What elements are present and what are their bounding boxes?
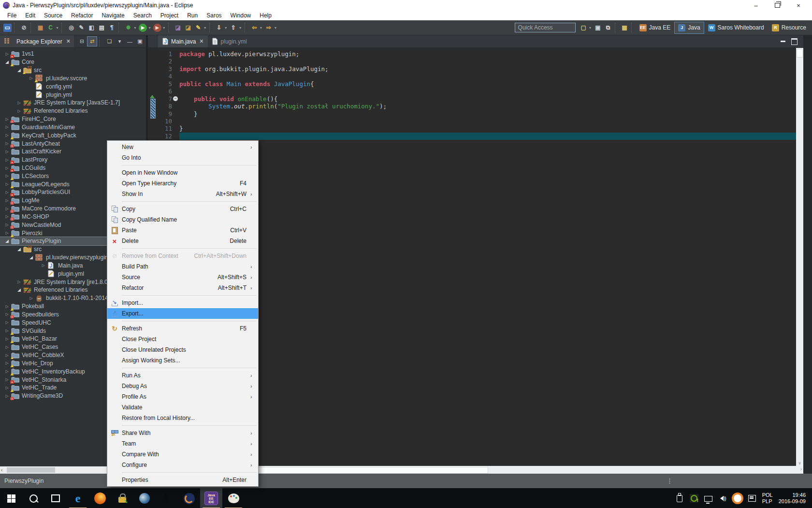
- context-menu-item-open-in-new-window[interactable]: Open in New Window: [107, 167, 258, 178]
- context-menu-item-compare-with[interactable]: Compare With›: [107, 449, 258, 460]
- context-menu-item-go-into[interactable]: Go Into: [107, 152, 258, 163]
- dropdown-arrow-icon[interactable]: ▼: [239, 26, 242, 30]
- dropdown-arrow-icon[interactable]: ▼: [274, 26, 277, 30]
- context-menu-item-copy-qualified-name[interactable]: Copy Qualified Name: [107, 214, 258, 225]
- dropdown-arrow-icon[interactable]: ▼: [56, 26, 59, 30]
- context-menu-item-close-unrelated-projects[interactable]: Close Unrelated Projects: [107, 344, 258, 355]
- menu-file[interactable]: File: [3, 11, 21, 20]
- view-menu-icon[interactable]: ▾: [115, 37, 124, 46]
- new-java-project-icon[interactable]: ▦: [35, 22, 45, 33]
- code-text[interactable]: package pl.luxdev.pierwszyplugin;import …: [179, 48, 796, 466]
- expand-arrow-icon[interactable]: ▷: [15, 280, 23, 284]
- perspective-resource[interactable]: RResource: [768, 22, 810, 33]
- sketch-icon[interactable]: ✎: [76, 22, 87, 33]
- new-project-wizard-icon[interactable]: ▦: [620, 22, 630, 33]
- context-menu-item-import[interactable]: ↘Import...: [107, 298, 258, 308]
- menu-window[interactable]: Window: [226, 11, 256, 20]
- context-menu-item-refresh[interactable]: ↻RefreshF5: [107, 323, 258, 334]
- open-file-icon[interactable]: ◪: [173, 22, 183, 33]
- screenshot-icon[interactable]: ◧: [87, 22, 97, 33]
- dropdown-arrow-icon[interactable]: ▼: [203, 26, 207, 30]
- menu-help[interactable]: Help: [255, 11, 276, 20]
- maximize-editor-icon[interactable]: [791, 38, 798, 45]
- perspective-java-ee[interactable]: EEJava EE: [636, 22, 674, 33]
- volume-icon[interactable]: )): [716, 491, 730, 506]
- task-view-button[interactable]: [44, 488, 67, 508]
- network-icon[interactable]: [702, 491, 715, 506]
- run-icon[interactable]: ▶▼: [138, 22, 152, 33]
- language-indicator[interactable]: POL PLP: [760, 492, 775, 505]
- collapse-arrow-icon[interactable]: ◢: [15, 247, 23, 252]
- dropdown-arrow-icon[interactable]: ▼: [260, 26, 263, 30]
- expand-arrow-icon[interactable]: ▷: [15, 109, 23, 113]
- close-tab-icon[interactable]: ✕: [199, 38, 203, 45]
- expand-arrow-icon[interactable]: ▷: [15, 101, 23, 105]
- context-menu-item-close-project[interactable]: Close Project: [107, 334, 258, 344]
- search-button[interactable]: [22, 488, 44, 508]
- menu-project[interactable]: Project: [156, 11, 183, 20]
- start-button[interactable]: [0, 488, 22, 508]
- tree-item-plugin-yml[interactable]: plugin.yml: [0, 90, 146, 99]
- tree-item-keycraft-lobbypack[interactable]: ▷KeyCraft_LobbyPack: [0, 131, 146, 139]
- context-menu-item-share-with[interactable]: ⇄Share With›: [107, 428, 258, 438]
- dropdown-arrow-icon[interactable]: ▼: [148, 26, 151, 30]
- context-menu-item-properties[interactable]: PropertiesAlt+Enter: [107, 475, 258, 485]
- context-menu-item-profile-as[interactable]: Profile As›: [107, 391, 258, 402]
- context-menu-item-refactor[interactable]: RefactorAlt+Shift+T›: [107, 283, 258, 293]
- tree-item-src[interactable]: ◢src: [0, 66, 146, 75]
- menu-saros[interactable]: Saros: [202, 11, 226, 20]
- context-menu-item-restore-from-local-history[interactable]: Restore from Local History...: [107, 413, 258, 423]
- tree-item-pl-luxdev-svcore[interactable]: ▷pl.luxdev.svcore: [0, 74, 146, 82]
- gimp-icon[interactable]: [222, 488, 245, 508]
- vscroll-thumb[interactable]: [797, 49, 803, 58]
- context-menu-item-export[interactable]: ↗Export...: [107, 308, 258, 319]
- dropdown-arrow-icon[interactable]: ▼: [133, 26, 137, 30]
- context-menu-item-show-in[interactable]: Show InAlt+Shift+W›: [107, 189, 258, 199]
- context-menu-item-validate[interactable]: Validate: [107, 402, 258, 413]
- menu-refactor[interactable]: Refactor: [67, 11, 97, 20]
- context-menu-item-source[interactable]: SourceAlt+Shift+S›: [107, 272, 258, 283]
- link-with-editor-icon[interactable]: ⇄: [87, 37, 97, 46]
- close-view-icon[interactable]: ✕: [66, 38, 71, 45]
- dropdown-arrow-icon[interactable]: ▼: [589, 26, 592, 30]
- open-task-icon[interactable]: ◎: [66, 22, 76, 33]
- back-icon[interactable]: ⇦▼: [249, 22, 264, 33]
- mark-occurrences-icon[interactable]: ✎▼: [193, 22, 208, 33]
- firefox-icon[interactable]: [89, 488, 111, 508]
- collapse-arrow-icon[interactable]: ◢: [3, 239, 11, 243]
- new-class-icon[interactable]: C▼: [45, 22, 60, 33]
- perspective-saros-whiteboard[interactable]: WSaros Whiteboard: [705, 22, 768, 33]
- scroll-left-icon[interactable]: ‹: [1, 467, 2, 473]
- save-all-icon[interactable]: ⧉: [603, 22, 613, 33]
- external-tools-icon[interactable]: ▶▼: [152, 22, 167, 33]
- dropdown-arrow-icon[interactable]: ▼: [224, 26, 228, 30]
- quick-access-input[interactable]: Quick Access: [515, 23, 576, 32]
- previous-annotation-icon[interactable]: ⇧▼: [229, 22, 243, 33]
- tree-item-referenced-libraries[interactable]: ▷Referenced Libraries: [0, 107, 146, 115]
- minimize-view-icon[interactable]: —: [125, 37, 134, 46]
- debug-icon[interactable]: ✹▼: [123, 22, 138, 33]
- scroll-right-icon[interactable]: ›: [800, 466, 802, 472]
- open-folder-icon[interactable]: ◪: [183, 22, 193, 33]
- context-menu-item-delete[interactable]: ×DeleteDelete: [107, 236, 258, 246]
- minimize-editor-icon[interactable]: [781, 41, 785, 42]
- menu-source[interactable]: Source: [40, 11, 67, 20]
- menu-search[interactable]: Search: [129, 11, 156, 20]
- new-dropdown-icon[interactable]: ▢▼: [579, 22, 593, 33]
- show-whitespace-icon[interactable]: ¶: [107, 22, 117, 33]
- expand-arrow-icon[interactable]: ▷: [3, 117, 11, 121]
- eclipse-javaee-icon[interactable]: Java EEIDE: [200, 488, 222, 508]
- expand-arrow-icon[interactable]: ▷: [3, 320, 11, 325]
- expand-arrow-icon[interactable]: ▷: [3, 149, 11, 154]
- tree-item-core[interactable]: ◢Core: [0, 58, 146, 66]
- tree-item-config-yml[interactable]: config.yml: [0, 82, 146, 90]
- daemon-tools-icon[interactable]: [133, 488, 156, 508]
- expand-arrow-icon[interactable]: ▷: [3, 345, 11, 349]
- saros-account-icon[interactable]: ⊘: [19, 22, 29, 33]
- context-menu-item-configure[interactable]: Configure›: [107, 460, 258, 470]
- context-menu-item-run-as[interactable]: Run As›: [107, 370, 258, 381]
- context-menu-item-open-type-hierarchy[interactable]: Open Type HierarchyF4: [107, 178, 258, 189]
- editor-vscrollbar[interactable]: ∨: [796, 48, 803, 466]
- collapse-arrow-icon[interactable]: ◢: [15, 287, 23, 292]
- tree-item-1vs1[interactable]: ▷×1vs1: [0, 50, 146, 58]
